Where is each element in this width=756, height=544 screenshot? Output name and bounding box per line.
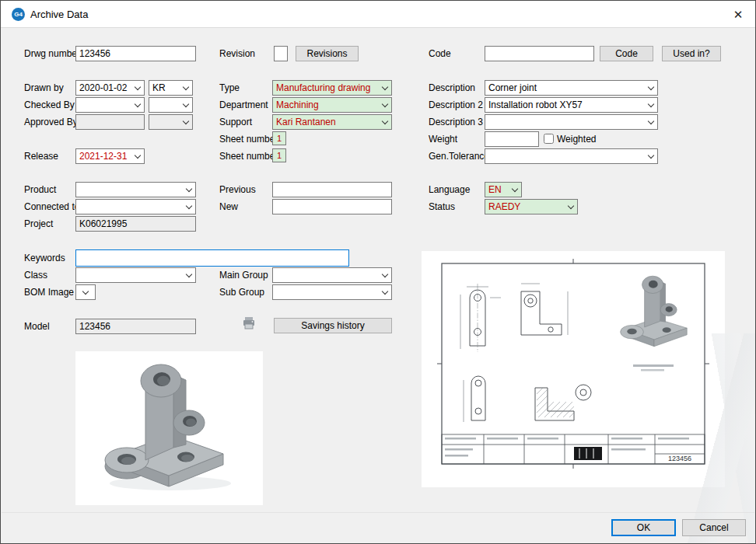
sheet-numbers-value[interactable]: 1	[272, 148, 286, 162]
description-label: Description	[429, 82, 475, 93]
chevron-down-icon	[379, 285, 391, 299]
product-combo[interactable]	[75, 182, 196, 197]
approved-by-initials-combo[interactable]	[149, 114, 193, 130]
drwg-number-input[interactable]	[75, 46, 196, 61]
release-combo[interactable]: 2021-12-31	[75, 148, 145, 164]
titlebar: G4 Archive Data ✕	[1, 1, 755, 28]
keywords-input[interactable]	[75, 249, 349, 267]
checked-by-label: Checked By	[24, 99, 75, 110]
gen-tolerances-combo[interactable]	[485, 148, 658, 164]
chevron-down-icon	[379, 268, 391, 282]
connected-to-combo[interactable]	[75, 199, 196, 214]
revisions-button[interactable]: Revisions	[296, 46, 359, 61]
close-icon[interactable]: ✕	[730, 7, 746, 23]
department-combo[interactable]: Machining	[272, 97, 392, 113]
description-combo[interactable]: Corner joint	[485, 80, 658, 96]
corner-joint-3d-render	[75, 351, 263, 505]
support-label: Support	[219, 117, 252, 127]
language-combo[interactable]: EN	[485, 182, 522, 197]
window-title: Archive Data	[30, 9, 88, 20]
chevron-down-icon	[379, 115, 391, 129]
drawing-preview-image[interactable]: 123456	[422, 251, 725, 487]
checked-by-date-combo[interactable]	[75, 97, 145, 113]
main-group-label: Main Group	[219, 270, 268, 281]
project-label: Project	[24, 218, 53, 229]
chevron-down-icon	[379, 98, 391, 112]
chevron-down-icon	[645, 81, 657, 95]
part-preview-image[interactable]	[75, 351, 263, 505]
support-value: Kari Rantanen	[273, 115, 379, 129]
release-value: 2021-12-31	[76, 149, 131, 163]
used-in-button[interactable]: Used in?	[662, 46, 721, 61]
status-combo[interactable]: RAEDY	[485, 199, 578, 214]
weight-input[interactable]	[485, 131, 539, 147]
footer-divider	[2, 512, 754, 513]
chevron-down-icon	[565, 200, 577, 214]
new-input[interactable]	[272, 199, 392, 214]
revision-label: Revision	[219, 48, 255, 59]
main-group-value	[273, 268, 379, 282]
department-label: Department	[219, 99, 268, 110]
chevron-down-icon	[76, 285, 95, 299]
product-label: Product	[24, 184, 56, 195]
drwg-number-label: Drwg number	[24, 48, 80, 59]
checked-by-initials-combo[interactable]	[149, 97, 193, 113]
sub-group-label: Sub Group	[219, 287, 264, 298]
previous-input[interactable]	[272, 182, 392, 197]
description3-value	[485, 115, 645, 129]
chevron-down-icon	[645, 149, 657, 163]
support-combo[interactable]: Kari Rantanen	[272, 114, 392, 130]
approved-by-date-field[interactable]	[75, 114, 145, 130]
app-logo-icon: G4	[12, 8, 25, 21]
code-button[interactable]: Code	[600, 46, 653, 61]
type-value: Manufacturing drawing	[273, 81, 379, 95]
chevron-down-icon	[131, 81, 144, 95]
cancel-button[interactable]: Cancel	[682, 519, 746, 536]
class-value	[76, 268, 183, 282]
weighted-checkbox[interactable]	[544, 134, 554, 144]
drawn-by-initials-value: KR	[149, 81, 180, 95]
description-value: Corner joint	[485, 81, 645, 95]
language-label: Language	[429, 184, 470, 195]
description3-combo[interactable]	[485, 114, 658, 130]
chevron-down-icon	[645, 115, 657, 129]
code-label: Code	[429, 48, 451, 59]
chevron-down-icon	[183, 183, 195, 197]
status-value: RAEDY	[485, 200, 565, 214]
chevron-down-icon	[131, 98, 144, 112]
project-field	[75, 216, 196, 232]
description2-label: Description 2	[429, 99, 483, 110]
ok-button[interactable]: OK	[611, 519, 676, 536]
weighted-checkbox-label: Weighted	[557, 134, 596, 145]
type-combo[interactable]: Manufacturing drawing	[272, 80, 392, 96]
drawn-by-initials-combo[interactable]: KR	[149, 80, 193, 96]
sub-group-value	[273, 285, 379, 299]
chevron-down-icon	[180, 98, 192, 112]
drawn-by-date-value: 2020-01-02	[76, 81, 131, 95]
printer-icon[interactable]	[242, 316, 256, 333]
archive-data-dialog: G4 Archive Data ✕ Drwg number Revision R…	[0, 0, 756, 544]
sub-group-combo[interactable]	[272, 284, 392, 300]
description2-combo[interactable]: Installation robot XY57	[485, 97, 658, 113]
revision-input[interactable]	[274, 46, 288, 61]
previous-label: Previous	[219, 184, 256, 195]
class-combo[interactable]	[75, 267, 196, 283]
type-label: Type	[219, 82, 240, 93]
chevron-down-icon	[180, 115, 192, 129]
chevron-down-icon	[509, 183, 521, 197]
description2-value: Installation robot XY57	[485, 98, 645, 112]
sheet-number-label: Sheet number	[219, 134, 278, 145]
new-label: New	[219, 201, 238, 212]
savings-history-button[interactable]: Savings history	[274, 318, 392, 333]
model-label: Model	[24, 321, 50, 332]
chevron-down-icon	[183, 200, 195, 214]
keywords-label: Keywords	[24, 253, 65, 263]
sheet-number-value[interactable]: 1	[272, 131, 286, 145]
code-input[interactable]	[485, 46, 594, 61]
checked-by-initials-value	[149, 98, 180, 112]
approved-by-initials-value	[149, 115, 180, 129]
drawn-by-date-combo[interactable]: 2020-01-02	[75, 80, 145, 96]
connected-to-value	[76, 200, 183, 214]
bom-image-combo[interactable]	[75, 284, 96, 300]
main-group-combo[interactable]	[272, 267, 392, 283]
